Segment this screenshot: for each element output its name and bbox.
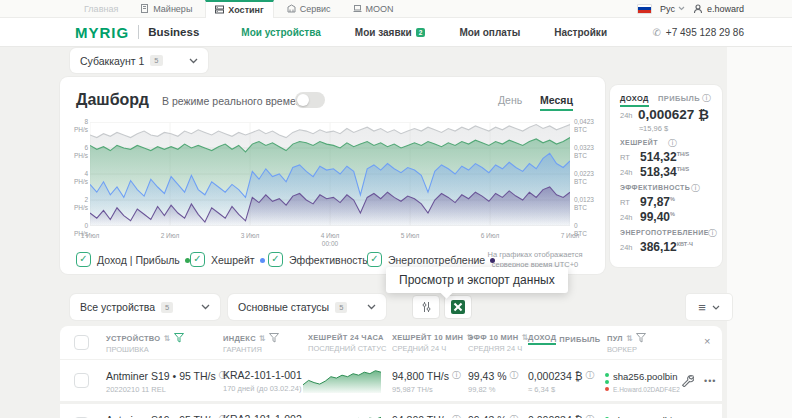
legend-checkbox-hashrate[interactable]: ✓ bbox=[190, 252, 205, 267]
export-excel-button[interactable] bbox=[444, 295, 472, 319]
hashrate-24h-value: 518,34TH/S bbox=[640, 165, 689, 179]
table-row[interactable]: Antminer S19 • 95 TH/sⓘ 20220210 11 REL … bbox=[60, 360, 722, 401]
info-icon[interactable]: ⓘ bbox=[510, 413, 519, 418]
y-axis-right-tick: 0,0323BTC bbox=[574, 144, 610, 160]
tab-hosting[interactable]: Хостинг bbox=[205, 0, 273, 18]
table-row[interactable]: Antminer S19 • 95 TH/sⓘ 20220210 11 REL … bbox=[60, 404, 722, 418]
y-axis-left-tick: 4PH/s bbox=[66, 170, 88, 186]
info-icon[interactable]: ⓘ bbox=[708, 227, 717, 240]
brand-divider bbox=[138, 25, 139, 39]
service-icon bbox=[287, 4, 296, 13]
devices-table-header: УСТРОЙСТВО⇅ ПРОШИВКА ИНДЕКС⇅ ГАРАНТИЯ ХЕ… bbox=[60, 326, 722, 359]
col-header-device[interactable]: УСТРОЙСТВО⇅ ПРОШИВКА bbox=[106, 333, 184, 354]
dashboard-chart-area: 8PH/s6PH/s4PH/s2PH/s0PH/s0,0423BTC0,0323… bbox=[72, 122, 617, 267]
legend-checkbox-effectiveness[interactable]: ✓ bbox=[268, 252, 283, 267]
hashrate-sparkline bbox=[303, 367, 381, 393]
close-icon[interactable]: × bbox=[704, 335, 710, 347]
hamburger-icon: ≡ bbox=[698, 300, 706, 315]
index-cell: KRA2-101-1-001 170 дней (до 03.02.24) bbox=[223, 369, 302, 393]
hashrate-rt-key: RT bbox=[620, 153, 630, 162]
period-tab-day[interactable]: День bbox=[498, 94, 522, 106]
support-phone[interactable]: ✆ +7 495 128 29 86 bbox=[652, 27, 792, 38]
pool-status-dots bbox=[605, 373, 609, 391]
filter-funnel-icon[interactable] bbox=[269, 333, 279, 343]
requests-count-badge: 2 bbox=[416, 28, 426, 37]
info-icon[interactable]: ⓘ bbox=[585, 369, 594, 382]
eff-rt-value: 97,87% bbox=[640, 195, 675, 209]
index-cell: KRA2-101-1-002 170 дней (до 03.02.24) bbox=[223, 413, 302, 418]
eff-24h-value: 99,40% bbox=[640, 210, 675, 224]
realtime-toggle[interactable] bbox=[295, 92, 325, 108]
filter-funnel-icon[interactable] bbox=[636, 333, 646, 343]
info-icon[interactable]: ⓘ bbox=[668, 137, 677, 150]
info-icon[interactable]: ⓘ bbox=[452, 369, 461, 382]
language-selector[interactable]: Рус bbox=[660, 4, 685, 14]
col-header-income[interactable]: ДОХОДПРИБЫЛЬ bbox=[528, 333, 601, 347]
eff-rt-key: RT bbox=[620, 198, 630, 207]
eff-24h-key: 24h bbox=[620, 213, 633, 222]
stats-tab-income[interactable]: ДОХОД bbox=[620, 94, 649, 107]
moon-icon bbox=[353, 4, 362, 13]
legend-label-effectiveness: Эффективность bbox=[289, 254, 378, 266]
filter-funnel-icon[interactable] bbox=[174, 333, 184, 343]
view-menu-button[interactable]: ≡ bbox=[686, 294, 732, 320]
col-header-hashrate-10min[interactable]: ХЕШРЕЙТ 10 МИН⇅ СРЕДНИЙ 24 Ч bbox=[392, 333, 473, 353]
income-period: 24h bbox=[620, 111, 633, 120]
info-icon[interactable]: ⓘ bbox=[585, 413, 594, 418]
legend-checkbox-income[interactable]: ✓ bbox=[76, 252, 91, 267]
info-icon[interactable]: ⓘ bbox=[452, 413, 461, 418]
wrench-icon[interactable] bbox=[681, 374, 694, 387]
col-header-eff-10min[interactable]: ЭФФ 10 МИН⇅ СРЕДНЯЯ 24 Ч bbox=[468, 333, 529, 353]
power-24h-key: 24h bbox=[620, 243, 633, 252]
effectiveness-section-title: ЭФФЕКТИВНОСТЬ bbox=[620, 184, 690, 191]
legend-label-hashrate: Хешрейт bbox=[211, 254, 265, 266]
myrig-logo[interactable]: MYRIG bbox=[75, 24, 129, 41]
statuses-count-badge: 5 bbox=[335, 302, 347, 313]
tab-moon[interactable]: MOON bbox=[344, 0, 403, 18]
sliders-icon bbox=[421, 301, 432, 313]
col-header-index[interactable]: ИНДЕКС⇅ ГАРАНТИЯ bbox=[223, 333, 279, 354]
hashrate-color-dot bbox=[260, 258, 265, 263]
income-value: 0,000627 ₿ bbox=[638, 107, 709, 122]
nav-my-devices[interactable]: Мои устройства bbox=[241, 27, 321, 38]
subaccount-count-badge: 5 bbox=[150, 55, 162, 66]
miners-icon bbox=[140, 4, 149, 13]
x-axis-tick: 2 Июл bbox=[161, 232, 180, 240]
tab-miners[interactable]: Майнеры bbox=[131, 0, 201, 18]
info-icon[interactable]: ⓘ bbox=[702, 92, 711, 105]
user-menu[interactable]: e.howard bbox=[693, 4, 744, 14]
nav-my-requests[interactable]: Мои заявки2 bbox=[355, 27, 426, 38]
sort-icon[interactable]: ⇅ bbox=[163, 334, 170, 343]
hashrate-10min-cell: 94,800 TH/sⓘ 95,987 TH/s bbox=[392, 369, 461, 394]
x-axis-tick: 7 Июл bbox=[561, 232, 580, 240]
phone-icon: ✆ bbox=[652, 27, 660, 38]
sort-icon[interactable]: ⇅ bbox=[626, 334, 633, 343]
tab-glavnaya[interactable]: Главная bbox=[75, 0, 127, 18]
row-menu-icon[interactable]: ••• bbox=[704, 376, 716, 386]
col-header-pool[interactable]: ПУЛ⇅ ВОРКЕР bbox=[607, 333, 646, 354]
info-icon[interactable]: ⓘ bbox=[510, 369, 519, 382]
main-nav-bar: MYRIG Business Мои устройства Мои заявки… bbox=[0, 18, 792, 47]
statuses-filter-dropdown[interactable]: Основные статусы 5 bbox=[228, 294, 386, 320]
nav-settings[interactable]: Настройки bbox=[554, 27, 607, 38]
subaccount-selector[interactable]: Субаккаунт 1 5 bbox=[70, 48, 208, 73]
right-gutter bbox=[727, 47, 792, 418]
hashrate-rt-value: 514,32TH/S bbox=[640, 150, 689, 164]
select-all-checkbox[interactable] bbox=[74, 335, 89, 350]
period-tab-month[interactable]: Месяц bbox=[540, 94, 573, 111]
sort-icon[interactable]: ⇅ bbox=[259, 334, 266, 343]
export-tooltip: Просмотр и экспорт данных bbox=[386, 267, 568, 293]
chevron-down-icon bbox=[712, 305, 720, 310]
x-axis-tick: 5 Июл bbox=[401, 232, 420, 240]
devices-filter-dropdown[interactable]: Все устройства 5 bbox=[70, 294, 220, 320]
dashboard-chart[interactable] bbox=[90, 122, 570, 226]
row-checkbox[interactable] bbox=[74, 373, 89, 388]
y-axis-left-tick: 6PH/s bbox=[66, 144, 88, 160]
legend-checkbox-power[interactable]: ✓ bbox=[367, 252, 382, 267]
column-settings-button[interactable] bbox=[412, 295, 440, 319]
col-header-hashrate-24h[interactable]: ХЕШРЕЙТ 24 ЧАСА ПОСЛЕДНИЙ СТАТУС bbox=[308, 333, 386, 353]
info-icon[interactable]: ⓘ bbox=[691, 182, 700, 195]
stats-tab-profit[interactable]: ПРИБЫЛЬ bbox=[658, 94, 700, 103]
tab-service[interactable]: Сервис bbox=[278, 0, 340, 18]
nav-my-payments[interactable]: Мои оплаты bbox=[459, 27, 520, 38]
